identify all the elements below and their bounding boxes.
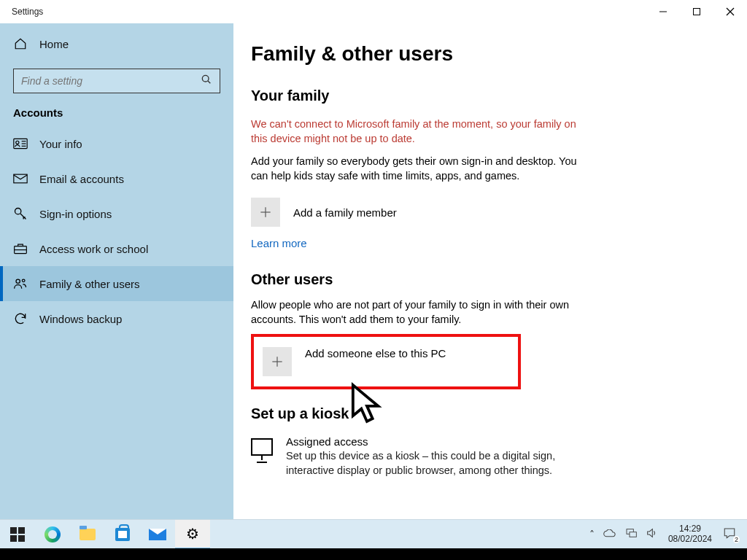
page-title: Family & other users (251, 42, 718, 66)
person-card-icon (13, 138, 28, 149)
volume-icon[interactable] (643, 527, 659, 541)
taskbar-store[interactable] (105, 520, 140, 549)
sidebar: Home Accounts Your info Email & accounts (0, 23, 233, 519)
close-button[interactable] (713, 0, 747, 23)
assigned-access-button[interactable]: Assigned access Set up this device as a … (251, 435, 572, 478)
system-tray[interactable]: ˄ 14:29 08/02/2024 2 (587, 524, 743, 543)
sidebar-item-label: Windows backup (39, 313, 122, 325)
sidebar-item-backup[interactable]: Windows backup (0, 301, 233, 336)
gear-icon: ⚙ (186, 525, 199, 542)
svg-point-4 (202, 75, 209, 82)
kiosk-item-desc: Set up this device as a kiosk – this cou… (286, 449, 572, 478)
taskbar-mail[interactable] (140, 520, 175, 549)
maximize-button[interactable] (680, 0, 713, 23)
svg-line-5 (208, 81, 210, 83)
start-button[interactable] (0, 520, 35, 549)
plus-icon (263, 347, 292, 376)
home-label: Home (39, 38, 69, 50)
minimize-button[interactable] (646, 0, 680, 23)
window-title: Settings (0, 7, 43, 17)
search-icon (201, 74, 212, 88)
add-family-member-button[interactable]: Add a family member (251, 198, 718, 227)
search-input[interactable] (21, 75, 184, 87)
sidebar-item-label: Email & accounts (39, 173, 124, 185)
sync-icon (13, 311, 28, 326)
kiosk-item-title: Assigned access (286, 435, 572, 448)
svg-point-12 (15, 209, 21, 214)
taskbar-explorer[interactable] (70, 520, 105, 549)
family-warning: We can't connect to Microsoft family at … (251, 117, 587, 146)
svg-point-16 (22, 279, 25, 282)
briefcase-icon (13, 242, 28, 255)
clock[interactable]: 14:29 08/02/2024 (664, 524, 716, 543)
window-titlebar: Settings (0, 0, 747, 23)
svg-rect-11 (14, 174, 27, 183)
svg-rect-22 (630, 532, 636, 537)
sidebar-item-work-school[interactable]: Access work or school (0, 231, 233, 266)
key-icon (13, 206, 28, 221)
taskbar-settings[interactable]: ⚙ (175, 520, 210, 549)
kiosk-heading: Set up a kiosk (251, 405, 718, 422)
mail-icon (13, 174, 28, 184)
sidebar-item-signin[interactable]: Sign-in options (0, 196, 233, 231)
bottom-border (0, 548, 747, 560)
people-icon (13, 277, 28, 290)
sidebar-item-label: Family & other users (39, 278, 140, 290)
taskbar-edge[interactable] (35, 520, 70, 549)
chevron-up-icon[interactable]: ˄ (587, 529, 597, 540)
home-icon (13, 37, 28, 50)
sidebar-item-label: Your info (39, 138, 82, 150)
sidebar-item-family[interactable]: Family & other users (0, 266, 233, 301)
svg-point-7 (16, 141, 19, 144)
other-users-description: Allow people who are not part of your fa… (251, 298, 587, 327)
notification-badge: 2 (733, 536, 740, 543)
taskbar: ⚙ ˄ 14:29 08/02/2024 2 (0, 519, 747, 548)
svg-rect-1 (694, 9, 700, 15)
onedrive-icon[interactable] (601, 529, 619, 540)
plus-icon (251, 198, 280, 227)
search-input-container[interactable] (13, 69, 220, 93)
other-users-heading: Other users (251, 271, 718, 288)
home-button[interactable]: Home (0, 28, 233, 60)
content-pane: Family & other users Your family We can'… (233, 23, 747, 519)
family-heading: Your family (251, 88, 718, 104)
category-title: Accounts (0, 106, 233, 119)
family-description: Add your family so everybody gets their … (251, 155, 587, 183)
add-other-user-label: Add someone else to this PC (305, 347, 446, 359)
learn-more-link[interactable]: Learn more (251, 237, 718, 249)
add-family-label: Add a family member (293, 206, 397, 219)
svg-point-15 (16, 279, 20, 283)
notifications-icon[interactable]: 2 (721, 526, 738, 542)
sidebar-item-email[interactable]: Email & accounts (0, 161, 233, 196)
network-icon[interactable] (623, 528, 639, 540)
clock-date: 08/02/2024 (668, 534, 712, 544)
add-other-user-button[interactable]: Add someone else to this PC (251, 334, 521, 389)
sidebar-item-label: Access work or school (39, 243, 148, 255)
clock-time: 14:29 (668, 524, 712, 534)
sidebar-item-label: Sign-in options (39, 208, 112, 220)
monitor-icon (251, 435, 273, 478)
sidebar-item-your-info[interactable]: Your info (0, 126, 233, 161)
